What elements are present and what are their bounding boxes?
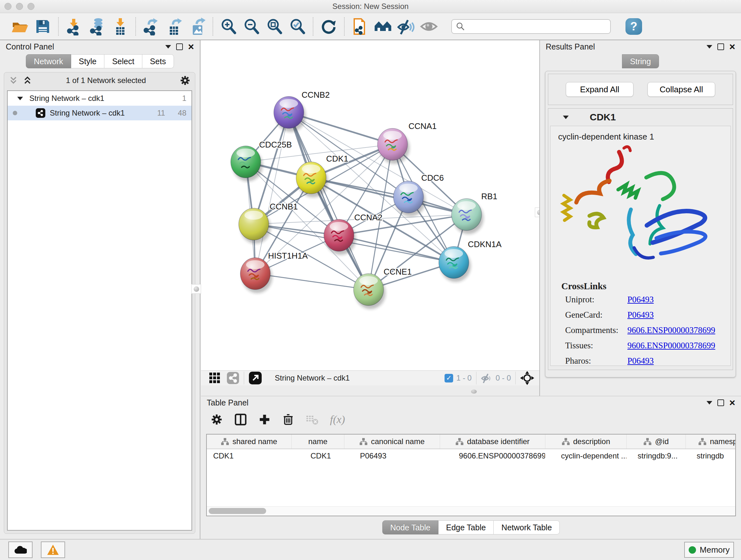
- import-network-from-database-button[interactable]: [87, 16, 107, 37]
- network-edge[interactable]: [289, 112, 368, 290]
- import-network-button[interactable]: [64, 16, 84, 37]
- column-header-description[interactable]: description: [545, 435, 626, 449]
- grid-view-icon[interactable]: [209, 372, 221, 384]
- close-panel-icon[interactable]: ×: [729, 397, 735, 408]
- crosslink-pharos[interactable]: P06493: [627, 356, 654, 366]
- network-node-cdk1[interactable]: CDK1: [296, 154, 348, 197]
- cell-name[interactable]: CDK1: [291, 449, 344, 462]
- collection-expander-icon[interactable]: [17, 97, 23, 100]
- toolbar-search[interactable]: [451, 19, 611, 34]
- gear-icon[interactable]: [180, 75, 191, 86]
- tab-network[interactable]: Network: [26, 54, 71, 68]
- close-panel-icon[interactable]: ×: [729, 42, 735, 52]
- panel-menu-icon[interactable]: [706, 45, 712, 49]
- network-node-cdc6[interactable]: CDC6: [394, 173, 444, 216]
- network-node-ccne1[interactable]: CCNE1: [354, 267, 412, 309]
- tab-edge-table[interactable]: Edge Table: [439, 520, 494, 535]
- hidden-eye-slash-icon[interactable]: [481, 372, 492, 384]
- network-edge[interactable]: [255, 273, 368, 290]
- string-home-button[interactable]: [373, 16, 393, 37]
- zoom-fit-button[interactable]: [264, 16, 285, 37]
- tab-sets[interactable]: Sets: [142, 54, 174, 68]
- add-column-icon[interactable]: [259, 414, 271, 426]
- network-node-hist1h1a[interactable]: HIST1H1A: [240, 251, 308, 293]
- zoom-selected-button[interactable]: [287, 16, 308, 37]
- open-in-window-icon[interactable]: [249, 371, 262, 385]
- cell-canonical-name[interactable]: P06493: [344, 449, 440, 462]
- show-columns-icon[interactable]: [234, 413, 247, 426]
- network-node-rb1[interactable]: RB1: [452, 192, 497, 234]
- cell-database-identifier[interactable]: 9606.ENSP00000378699: [440, 449, 545, 462]
- column-header-shared-name[interactable]: shared name: [207, 435, 291, 449]
- table-row[interactable]: CDK1 CDK1 P06493 9606.ENSP00000378699 cy…: [207, 449, 736, 462]
- horizontal-splitter-handle[interactable]: [471, 389, 477, 394]
- table-options-gear-icon[interactable]: [211, 414, 223, 426]
- cell-shared-name[interactable]: CDK1: [207, 449, 291, 462]
- column-header-id[interactable]: @id: [626, 435, 685, 449]
- network-row[interactable]: String Network – cdk1 11 48: [8, 106, 192, 120]
- open-session-button[interactable]: [10, 16, 30, 37]
- search-input[interactable]: [465, 22, 604, 31]
- float-panel-icon[interactable]: [718, 399, 724, 406]
- help-button[interactable]: ?: [625, 18, 642, 35]
- node-table[interactable]: shared name name canonical name database…: [206, 434, 736, 516]
- entry-expander-icon[interactable]: [563, 116, 569, 119]
- float-panel-icon[interactable]: [718, 44, 724, 50]
- left-splitter-handle[interactable]: [192, 284, 201, 294]
- scrollbar-thumb[interactable]: [209, 508, 266, 514]
- zoom-selected-icon: [288, 17, 307, 36]
- delete-column-icon[interactable]: [282, 414, 294, 426]
- panel-menu-icon[interactable]: [706, 401, 712, 405]
- network-collection-row[interactable]: String Network – cdk1 1: [8, 91, 192, 106]
- import-table-button[interactable]: [110, 16, 130, 37]
- selected-checkbox-icon[interactable]: ✓: [445, 374, 453, 382]
- cell-description[interactable]: cyclin-dependent ...: [545, 449, 626, 462]
- tab-style[interactable]: Style: [71, 54, 105, 68]
- string-import-button[interactable]: [350, 16, 370, 37]
- collapse-all-icon[interactable]: [9, 76, 18, 85]
- network-canvas[interactable]: CCNB2CCNA1CDC25BCDK1CDC6RB1CCNB1CCNA2CDK…: [201, 40, 539, 370]
- memory-button[interactable]: Memory: [684, 542, 734, 558]
- crosslink-uniprot[interactable]: P06493: [627, 295, 654, 305]
- tab-node-table[interactable]: Node Table: [382, 520, 439, 535]
- save-session-button[interactable]: [32, 16, 53, 37]
- collapse-all-button[interactable]: Collapse All: [648, 82, 715, 97]
- crosslink-genecard[interactable]: P06493: [627, 310, 654, 320]
- table-horizontal-scrollbar[interactable]: [207, 506, 735, 516]
- cloud-button[interactable]: [8, 542, 32, 558]
- export-table-button[interactable]: [164, 16, 185, 37]
- zoom-out-button[interactable]: [241, 16, 262, 37]
- float-panel-icon[interactable]: [176, 44, 183, 50]
- export-network-button[interactable]: [141, 16, 161, 37]
- column-header-name[interactable]: name: [291, 435, 344, 449]
- birds-eye-view-icon[interactable]: [520, 371, 534, 385]
- crosslink-compartments[interactable]: 9606.ENSP00000378699: [627, 325, 715, 335]
- gene-name: CDK1: [590, 112, 616, 123]
- show-hidden-button[interactable]: [419, 16, 439, 37]
- column-header-canonical-name[interactable]: canonical name: [344, 435, 440, 449]
- warnings-button[interactable]: [41, 542, 65, 558]
- crosslink-tissues[interactable]: 9606.ENSP00000378699: [627, 341, 715, 351]
- hide-unhide-button[interactable]: [396, 16, 416, 37]
- export-image-button[interactable]: [187, 16, 207, 37]
- tab-string[interactable]: String: [622, 54, 659, 68]
- column-header-database-identifier[interactable]: database identifier: [440, 435, 545, 449]
- tab-network-table[interactable]: Network Table: [494, 520, 560, 535]
- network-share-icon[interactable]: [226, 372, 239, 384]
- network-node-cdkn1a[interactable]: CDKN1A: [439, 240, 502, 282]
- panel-menu-icon[interactable]: [165, 45, 171, 49]
- network-edge[interactable]: [339, 235, 454, 262]
- cell-namespace[interactable]: stringdb: [685, 449, 736, 462]
- network-edge[interactable]: [255, 112, 289, 273]
- cloud-icon: [14, 545, 27, 554]
- expand-all-icon[interactable]: [23, 76, 32, 85]
- cell-id[interactable]: stringdb:9...: [626, 449, 685, 462]
- tab-select[interactable]: Select: [105, 54, 142, 68]
- network-node-ccnb2[interactable]: CCNB2: [274, 90, 330, 132]
- zoom-in-button[interactable]: [218, 16, 239, 37]
- network-node-cdc25b[interactable]: CDC25B: [231, 140, 292, 181]
- close-panel-icon[interactable]: ×: [188, 42, 194, 52]
- expand-all-button[interactable]: Expand All: [566, 82, 633, 97]
- column-header-namespace[interactable]: namespace: [685, 435, 736, 449]
- refresh-view-button[interactable]: [319, 16, 339, 37]
